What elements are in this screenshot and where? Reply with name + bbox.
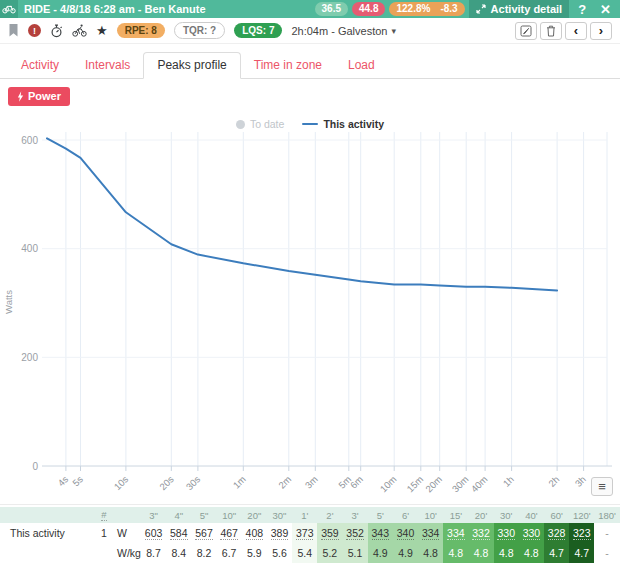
activity-row-number: 1 bbox=[95, 523, 113, 543]
x-tick-label: 15m bbox=[404, 474, 425, 495]
activity-selector[interactable]: 2h:04m - Galveston ▾ bbox=[291, 25, 396, 37]
tab-peaks-profile[interactable]: Peaks profile bbox=[143, 52, 240, 79]
peak-value-cell: 4.7 bbox=[544, 543, 569, 563]
activity-row-number bbox=[95, 543, 113, 563]
star-icon[interactable]: ★ bbox=[96, 24, 108, 37]
peak-duration-header: 1' bbox=[292, 507, 317, 523]
peak-value-cell: 5.4 bbox=[292, 543, 317, 563]
peak-value-cell: 359 bbox=[317, 523, 342, 543]
delete-button[interactable] bbox=[540, 22, 562, 40]
tab-intervals[interactable]: Intervals bbox=[72, 53, 143, 78]
x-tick-label: 40m bbox=[469, 474, 490, 495]
peak-value-cell: 5.2 bbox=[317, 543, 342, 563]
peak-duration-header: 5' bbox=[368, 507, 393, 523]
peak-value-cell: - bbox=[594, 523, 619, 543]
peaks-profile-chart[interactable]: 4s5s10s20s30s1m2m3m5m6m10m15m20m30m40m1h… bbox=[0, 112, 620, 504]
metric-badge-green: 36.5 bbox=[315, 2, 348, 16]
next-activity-button[interactable]: › bbox=[590, 22, 612, 40]
tab-load[interactable]: Load bbox=[335, 53, 388, 78]
peak-value-cell: 603 bbox=[141, 523, 166, 543]
activity-toolbar: ! ★ RPE: 8 TQR: ? LQS: 7 2h:04m - Galves… bbox=[0, 18, 620, 44]
tqr-badge[interactable]: TQR: ? bbox=[174, 22, 225, 39]
previous-activity-button[interactable]: ‹ bbox=[565, 22, 587, 40]
peak-duration-header: 3" bbox=[141, 507, 166, 523]
x-tick-label: 2m bbox=[276, 474, 293, 491]
peak-duration-header: 5" bbox=[191, 507, 216, 523]
bookmark-icon[interactable] bbox=[8, 24, 19, 37]
peak-value-cell: 408 bbox=[242, 523, 267, 543]
x-tick-label: 20m bbox=[423, 474, 444, 495]
peak-value-cell: 330 bbox=[494, 523, 519, 543]
title-bar: RIDE - 4/8/18 6:28 am - Ben Kanute 36.5 … bbox=[0, 0, 620, 18]
rpe-badge[interactable]: RPE: 8 bbox=[117, 23, 165, 38]
power-metric-button[interactable]: Power bbox=[8, 87, 70, 106]
peaks-table: #3"4"5"10"20"30"1'2'3'5'6'10'15'20'30'40… bbox=[0, 504, 620, 563]
activity-row-label bbox=[0, 543, 95, 563]
activity-detail-toggle[interactable]: Activity detail bbox=[469, 0, 570, 18]
x-tick-label: 1h bbox=[501, 474, 516, 489]
metric-badge-orange: 122.8% -8.3 bbox=[389, 2, 464, 16]
peak-value-cell: 5.1 bbox=[343, 543, 368, 563]
x-tick-label: 5s bbox=[70, 473, 85, 488]
peak-value-cell: 4.8 bbox=[443, 543, 468, 563]
peak-value-cell: 4.9 bbox=[393, 543, 418, 563]
metric-percent: 122.8% bbox=[396, 3, 430, 15]
metric-toggle-row: Power bbox=[0, 79, 620, 112]
peak-value-cell: 4.8 bbox=[494, 543, 519, 563]
edit-button[interactable] bbox=[515, 22, 537, 40]
peak-value-cell: 8.4 bbox=[166, 543, 191, 563]
stopwatch-icon[interactable] bbox=[50, 24, 63, 38]
chart-menu-button[interactable]: ≡ bbox=[591, 477, 613, 496]
series-line-this-activity[interactable] bbox=[47, 138, 557, 290]
toolbar-actions: ‹ › bbox=[515, 22, 612, 40]
peak-value-cell: 352 bbox=[343, 523, 368, 543]
x-tick-label: 3m bbox=[303, 474, 320, 491]
x-tick-label: 1m bbox=[231, 474, 248, 491]
x-tick-label: 3h bbox=[573, 474, 588, 489]
activity-selector-label: 2h:04m - Galveston bbox=[291, 25, 387, 37]
peak-duration-header: 30" bbox=[267, 507, 292, 523]
y-tick-label: 400 bbox=[21, 243, 38, 254]
x-tick-label: 10s bbox=[112, 473, 131, 492]
y-axis-title: Watts bbox=[3, 290, 14, 314]
lqs-badge[interactable]: LQS: 7 bbox=[234, 23, 282, 38]
metric-label: W/kg bbox=[113, 543, 141, 563]
trash-icon bbox=[546, 25, 556, 37]
window-title: RIDE - 4/8/18 6:28 am - Ben Kanute bbox=[24, 3, 206, 15]
metric-badge-red: 44.8 bbox=[352, 2, 385, 16]
peak-duration-header: 40' bbox=[519, 507, 544, 523]
close-button[interactable]: ✕ bbox=[595, 2, 616, 17]
x-tick-label: 2h bbox=[546, 474, 561, 489]
peak-duration-header: 4" bbox=[166, 507, 191, 523]
metric-column-header bbox=[113, 507, 141, 523]
header-spacer bbox=[0, 507, 95, 523]
alert-icon[interactable]: ! bbox=[28, 24, 41, 37]
cyclist-icon[interactable] bbox=[72, 24, 87, 37]
peak-value-cell: 340 bbox=[393, 523, 418, 543]
y-tick-label: 200 bbox=[21, 352, 38, 363]
peak-value-cell: 4.8 bbox=[468, 543, 493, 563]
peak-value-cell: 6.7 bbox=[217, 543, 242, 563]
peaks-table-header: #3"4"5"10"20"30"1'2'3'5'6'10'15'20'30'40… bbox=[0, 507, 620, 523]
peak-value-cell: 4.7 bbox=[569, 543, 594, 563]
y-tick-label: 0 bbox=[32, 461, 38, 472]
peak-value-cell: 584 bbox=[166, 523, 191, 543]
peaks-chart-area: To date This activity 4s5s10s20s30s1m2m3… bbox=[0, 112, 620, 504]
peak-value-cell: 4.8 bbox=[519, 543, 544, 563]
peak-value-cell: 8.2 bbox=[191, 543, 216, 563]
tab-time-in-zone[interactable]: Time in zone bbox=[241, 53, 335, 78]
peak-value-cell: 334 bbox=[443, 523, 468, 543]
peak-duration-header: 2' bbox=[317, 507, 342, 523]
metric-label: W bbox=[113, 523, 141, 543]
help-button[interactable]: ? bbox=[573, 2, 591, 17]
peak-value-cell: 5.6 bbox=[267, 543, 292, 563]
peak-duration-header: 10" bbox=[217, 507, 242, 523]
peak-duration-header: 30' bbox=[494, 507, 519, 523]
x-tick-label: 20s bbox=[157, 473, 176, 492]
detail-tabs: Activity Intervals Peaks profile Time in… bbox=[0, 44, 620, 79]
x-tick-label: 4s bbox=[55, 473, 70, 488]
peak-value-cell: - bbox=[594, 543, 619, 563]
peak-value-cell: 332 bbox=[468, 523, 493, 543]
tab-activity[interactable]: Activity bbox=[8, 53, 72, 78]
peak-value-cell: 323 bbox=[569, 523, 594, 543]
